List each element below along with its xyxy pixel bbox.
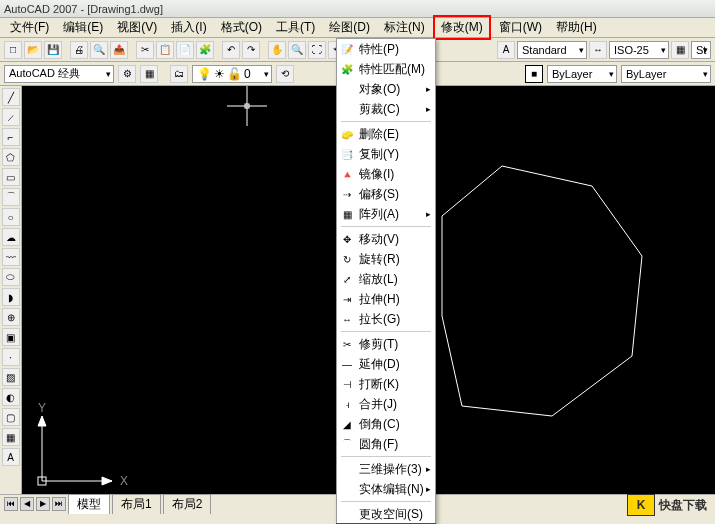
menu-item[interactable]: —延伸(D) bbox=[337, 354, 435, 374]
menu-item[interactable]: ⊣打断(K) bbox=[337, 374, 435, 394]
gradient-icon[interactable]: ◐ bbox=[2, 388, 20, 406]
ellipsearc-icon[interactable]: ◗ bbox=[2, 288, 20, 306]
block-icon[interactable]: ▣ bbox=[2, 328, 20, 346]
menu-item[interactable]: 剪裁(C)▸ bbox=[337, 99, 435, 119]
dimstyle-select[interactable]: ISO-25 bbox=[609, 41, 669, 59]
zoom-icon[interactable]: 🔍 bbox=[288, 41, 306, 59]
menu-item[interactable]: ↻旋转(R) bbox=[337, 249, 435, 269]
tablestyle-icon[interactable]: ▦ bbox=[671, 41, 689, 59]
revcloud-icon[interactable]: ☁ bbox=[2, 228, 20, 246]
menu-item-icon: ⫞ bbox=[339, 396, 355, 412]
line-icon[interactable]: ╱ bbox=[2, 88, 20, 106]
menu-format[interactable]: 格式(O) bbox=[215, 17, 268, 38]
menu-insert[interactable]: 插入(I) bbox=[165, 17, 212, 38]
tab-next-icon[interactable]: ▶ bbox=[36, 497, 50, 511]
xline-icon[interactable]: ⟋ bbox=[2, 108, 20, 126]
tab-prev-icon[interactable]: ◀ bbox=[20, 497, 34, 511]
ellipse-icon[interactable]: ⬭ bbox=[2, 268, 20, 286]
svg-marker-5 bbox=[38, 416, 46, 426]
matchprop-icon[interactable]: 🧩 bbox=[196, 41, 214, 59]
layer-select[interactable]: 💡☀🔓 0 bbox=[192, 65, 272, 83]
color-select[interactable]: ByLayer bbox=[547, 65, 617, 83]
menu-item-icon: ⊣ bbox=[339, 376, 355, 392]
tab-layout1[interactable]: 布局1 bbox=[112, 494, 161, 514]
menu-item[interactable]: 三维操作(3)▸ bbox=[337, 459, 435, 479]
menu-item[interactable]: 📑复制(Y) bbox=[337, 144, 435, 164]
menu-view[interactable]: 视图(V) bbox=[111, 17, 163, 38]
menu-item[interactable]: 🔺镜像(I) bbox=[337, 164, 435, 184]
polygon-icon[interactable]: ⬠ bbox=[2, 148, 20, 166]
menu-item[interactable]: ◢倒角(C) bbox=[337, 414, 435, 434]
spline-icon[interactable]: 〰 bbox=[2, 248, 20, 266]
layer-prev-icon[interactable]: ⟲ bbox=[276, 65, 294, 83]
print-icon[interactable]: 🖨 bbox=[70, 41, 88, 59]
circle-icon[interactable]: ○ bbox=[2, 208, 20, 226]
preview-icon[interactable]: 🔍 bbox=[90, 41, 108, 59]
polyline-icon[interactable]: ⌐ bbox=[2, 128, 20, 146]
tab-layout2[interactable]: 布局2 bbox=[163, 494, 212, 514]
menu-tools[interactable]: 工具(T) bbox=[270, 17, 321, 38]
menu-item-icon bbox=[339, 481, 355, 497]
ws-settings-icon[interactable]: ⚙ bbox=[118, 65, 136, 83]
publish-icon[interactable]: 📤 bbox=[110, 41, 128, 59]
menu-item[interactable]: 🧽删除(E) bbox=[337, 124, 435, 144]
dimstyle-icon[interactable]: ↔ bbox=[589, 41, 607, 59]
menu-item-label: 圆角(F) bbox=[359, 436, 398, 453]
menu-edit[interactable]: 编辑(E) bbox=[57, 17, 109, 38]
menu-item[interactable]: ⌒圆角(F) bbox=[337, 434, 435, 454]
workspace-select[interactable]: AutoCAD 经典 bbox=[4, 65, 114, 83]
redo-icon[interactable]: ↷ bbox=[242, 41, 260, 59]
new-icon[interactable]: □ bbox=[4, 41, 22, 59]
title-bar: AutoCAD 2007 - [Drawing1.dwg] bbox=[0, 0, 715, 18]
textstyle-select[interactable]: Standard bbox=[517, 41, 587, 59]
tab-first-icon[interactable]: ⏮ bbox=[4, 497, 18, 511]
menu-item[interactable]: 对象(O)▸ bbox=[337, 79, 435, 99]
menu-separator bbox=[341, 331, 431, 332]
menu-window[interactable]: 窗口(W) bbox=[493, 17, 548, 38]
copy-icon[interactable]: 📋 bbox=[156, 41, 174, 59]
menu-item[interactable]: 📝特性(P) bbox=[337, 39, 435, 59]
rectangle-icon[interactable]: ▭ bbox=[2, 168, 20, 186]
color-icon[interactable]: ■ bbox=[525, 65, 543, 83]
lock-icon: 🔓 bbox=[227, 67, 242, 81]
menu-item[interactable]: ⇢偏移(S) bbox=[337, 184, 435, 204]
insert-icon[interactable]: ⊕ bbox=[2, 308, 20, 326]
menu-help[interactable]: 帮助(H) bbox=[550, 17, 603, 38]
pan-icon[interactable]: ✋ bbox=[268, 41, 286, 59]
menu-item[interactable]: ↔拉长(G) bbox=[337, 309, 435, 329]
layer-name: 0 bbox=[244, 67, 251, 81]
menu-item[interactable]: ⫞合并(J) bbox=[337, 394, 435, 414]
menu-file[interactable]: 文件(F) bbox=[4, 17, 55, 38]
bulb-icon: 💡 bbox=[197, 67, 212, 81]
arc-icon[interactable]: ⌒ bbox=[2, 188, 20, 206]
hatch-icon[interactable]: ▨ bbox=[2, 368, 20, 386]
menu-item[interactable]: 更改空间(S) bbox=[337, 504, 435, 524]
menu-draw[interactable]: 绘图(D) bbox=[323, 17, 376, 38]
region-icon[interactable]: ▢ bbox=[2, 408, 20, 426]
open-icon[interactable]: 📂 bbox=[24, 41, 42, 59]
ws-toolbar-icon[interactable]: ▦ bbox=[140, 65, 158, 83]
linetype-select[interactable]: ByLayer bbox=[621, 65, 711, 83]
table-icon[interactable]: ▦ bbox=[2, 428, 20, 446]
menu-dimension[interactable]: 标注(N) bbox=[378, 17, 431, 38]
menu-item[interactable]: ▦阵列(A)▸ bbox=[337, 204, 435, 224]
textstyle-icon[interactable]: A bbox=[497, 41, 515, 59]
menu-item[interactable]: ⤢缩放(L) bbox=[337, 269, 435, 289]
tablestyle-select[interactable]: St bbox=[691, 41, 711, 59]
undo-icon[interactable]: ↶ bbox=[222, 41, 240, 59]
menu-item[interactable]: 实体编辑(N)▸ bbox=[337, 479, 435, 499]
point-icon[interactable]: · bbox=[2, 348, 20, 366]
layer-prop-icon[interactable]: 🗂 bbox=[170, 65, 188, 83]
cut-icon[interactable]: ✂ bbox=[136, 41, 154, 59]
menu-item[interactable]: ✥移动(V) bbox=[337, 229, 435, 249]
menu-item[interactable]: ⇥拉伸(H) bbox=[337, 289, 435, 309]
menu-item[interactable]: 🧩特性匹配(M) bbox=[337, 59, 435, 79]
save-icon[interactable]: 💾 bbox=[44, 41, 62, 59]
tab-model[interactable]: 模型 bbox=[68, 494, 110, 514]
menu-modify[interactable]: 修改(M) bbox=[433, 15, 491, 40]
tab-last-icon[interactable]: ⏭ bbox=[52, 497, 66, 511]
zoomwin-icon[interactable]: ⛶ bbox=[308, 41, 326, 59]
paste-icon[interactable]: 📄 bbox=[176, 41, 194, 59]
text-icon[interactable]: A bbox=[2, 448, 20, 466]
menu-item[interactable]: ✂修剪(T) bbox=[337, 334, 435, 354]
